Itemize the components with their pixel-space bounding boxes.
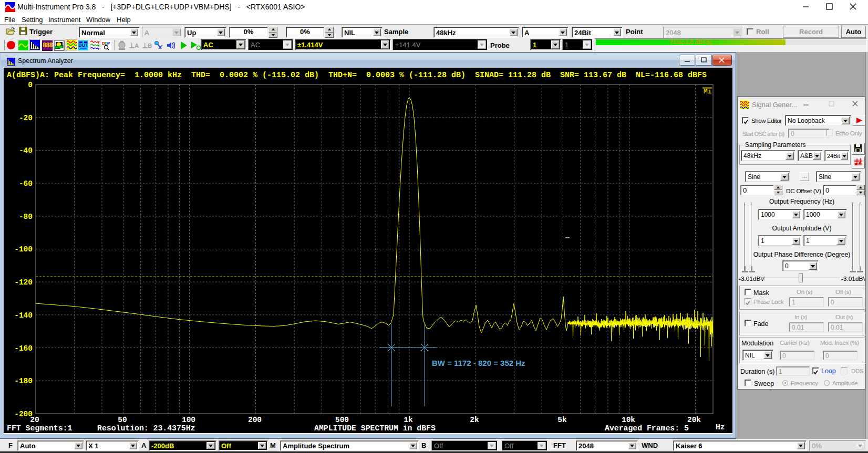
svg-text:-100: -100 bbox=[14, 245, 33, 254]
svg-text:Resolution: 23.4375Hz: Resolution: 23.4375Hz bbox=[97, 424, 195, 432]
svg-text:-80: -80 bbox=[19, 213, 33, 221]
svg-text:BW = 1172 - 820 = 352 Hz: BW = 1172 - 820 = 352 Hz bbox=[432, 359, 525, 367]
svg-text:-40: -40 bbox=[19, 146, 33, 155]
svg-text:50: 50 bbox=[118, 416, 127, 424]
svg-text:DUT: DUT bbox=[78, 43, 88, 48]
svg-text:5k: 5k bbox=[557, 416, 567, 424]
svg-text:10k: 10k bbox=[622, 416, 635, 424]
svg-text:Hz: Hz bbox=[716, 423, 725, 431]
svg-text:20k: 20k bbox=[687, 416, 701, 424]
svg-text:-60: -60 bbox=[19, 180, 33, 188]
svg-text:1k: 1k bbox=[404, 416, 413, 424]
svg-text:-140: -140 bbox=[14, 311, 33, 320]
svg-text:FFT Segments:1: FFT Segments:1 bbox=[7, 424, 72, 432]
svg-text:Mi: Mi bbox=[704, 88, 712, 96]
svg-text:0: 0 bbox=[28, 81, 33, 89]
svg-text:100: 100 bbox=[182, 416, 195, 424]
svg-text:-180: -180 bbox=[14, 377, 33, 385]
svg-text:Averaged Frames: 5: Averaged Frames: 5 bbox=[605, 424, 689, 432]
svg-text:2k: 2k bbox=[470, 416, 479, 424]
svg-text:P: P bbox=[107, 41, 110, 46]
svg-text:A(dBFS)A: Peak Frequency= 1.0: A(dBFS)A: Peak Frequency= 1.0000 kHz THD… bbox=[7, 71, 707, 80]
svg-text:-160: -160 bbox=[14, 344, 33, 353]
svg-text:20: 20 bbox=[30, 416, 39, 424]
svg-text:-120: -120 bbox=[14, 278, 33, 287]
svg-text:500: 500 bbox=[335, 416, 349, 424]
svg-text:200: 200 bbox=[248, 416, 262, 424]
svg-text:-20: -20 bbox=[19, 114, 33, 122]
svg-text:AMPLITUDE SPECTRUM in dBFS: AMPLITUDE SPECTRUM in dBFS bbox=[314, 424, 436, 432]
